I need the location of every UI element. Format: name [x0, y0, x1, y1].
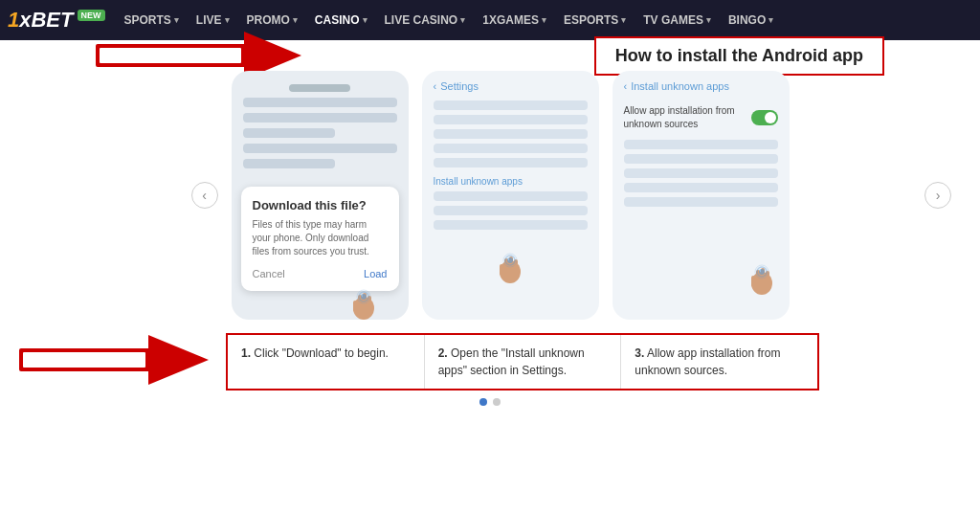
prev-button[interactable]: ‹: [191, 182, 218, 209]
svg-point-25: [759, 269, 765, 275]
logo-text: 1xBET: [8, 8, 74, 33]
phone-card-1: Download this file? Files of this type m…: [232, 71, 409, 320]
settings-row: [624, 154, 778, 164]
bottom-arrow-container: [19, 331, 211, 392]
phone-bar: [243, 113, 397, 123]
install-card-title: Install unknown apps: [631, 80, 729, 92]
pagination-dot-2[interactable]: [493, 398, 501, 406]
svg-point-17: [507, 257, 513, 263]
instructions-row: 1. Click "Download" to begin. 2. Open th…: [19, 331, 961, 392]
bottom-arrow-graphic: [19, 331, 211, 389]
download-dialog: Download this file? Files of this type m…: [241, 187, 399, 291]
phone-bar: [243, 159, 336, 168]
install-allow-row: Allow app installation from unknown sour…: [624, 104, 778, 131]
svg-rect-24: [751, 276, 755, 287]
phone-bar: [243, 128, 336, 138]
nav-casino[interactable]: CASINO ▾: [307, 10, 375, 31]
logo-badge: NEW: [78, 10, 105, 21]
settings-row: [434, 191, 588, 201]
hand-icon-svg: [349, 287, 378, 322]
pagination-dot-1[interactable]: [479, 398, 487, 406]
settings-row: [624, 183, 778, 192]
install-back-icon: ‹: [624, 80, 628, 92]
svg-rect-16: [500, 264, 503, 276]
settings-back-icon: ‹: [434, 80, 437, 92]
svg-rect-30: [23, 352, 145, 368]
install-unknown-label: Install unknown apps: [434, 176, 588, 187]
main-content: How to install the Android app ‹ Downloa…: [0, 40, 980, 513]
hand-icon-svg-3: [747, 262, 776, 297]
next-button[interactable]: ›: [924, 182, 951, 209]
svg-rect-8: [353, 301, 357, 312]
install-allow-text: Allow app installation from unknown sour…: [624, 104, 751, 131]
settings-row: [624, 168, 778, 178]
nav-live-casino[interactable]: LIVE CASINO ▾: [377, 10, 474, 31]
svg-marker-29: [148, 335, 209, 385]
instruction-1-number: 1.: [241, 346, 251, 360]
instruction-3: 3. Allow app installation from unknown s…: [621, 335, 817, 389]
dialog-cancel-button[interactable]: Cancel: [253, 268, 285, 279]
instruction-1-text: Click "Download" to begin.: [251, 346, 389, 360]
settings-row: [434, 144, 588, 153]
settings-row: [624, 140, 778, 149]
instruction-1: 1. Click "Download" to begin.: [228, 335, 425, 389]
page-title: How to install the Android app: [594, 36, 884, 76]
instruction-3-number: 3.: [635, 346, 644, 360]
hand-icon-svg-2: [496, 251, 524, 285]
hand-cursor-2: [496, 251, 524, 289]
install-header: ‹ Install unknown apps: [624, 80, 778, 92]
svg-point-9: [361, 294, 367, 300]
dialog-text: Files of this type may harm your phone. …: [253, 218, 388, 258]
pagination: [19, 398, 961, 406]
page-title-text: How to install the Android app: [615, 46, 863, 65]
phone-bar: [289, 84, 350, 92]
dialog-title: Download this file?: [253, 198, 388, 212]
settings-row: [434, 115, 588, 124]
dialog-buttons: Cancel Load: [253, 268, 388, 279]
phone-card-2: ‹ Settings Install unknown apps: [422, 71, 599, 320]
phone-bar: [243, 144, 397, 153]
instruction-2-number: 2.: [438, 346, 448, 360]
settings-row: [434, 158, 588, 167]
settings-row: [434, 220, 588, 230]
hand-cursor-1: [349, 287, 378, 327]
instruction-2: 2. Open the "Install unknown apps" secti…: [425, 335, 622, 389]
nav-1xgames[interactable]: 1XGAMES ▾: [475, 10, 554, 31]
instruction-2-text: Open the "Install unknown apps" section …: [438, 346, 585, 377]
toggle-switch[interactable]: [751, 110, 778, 125]
settings-row: [624, 197, 778, 207]
hand-cursor-3: [747, 262, 776, 301]
card3-rows: [624, 140, 778, 207]
phone-bar: [243, 98, 397, 107]
logo[interactable]: 1xBET NEW: [8, 8, 105, 33]
dialog-load-button[interactable]: Load: [364, 268, 387, 279]
nav-tv-games[interactable]: TV GAMES ▾: [635, 10, 719, 31]
nav-esports[interactable]: ESPORTS ▾: [556, 10, 634, 31]
settings-row: [434, 100, 588, 110]
settings-row: [434, 206, 588, 215]
svg-rect-3: [100, 48, 241, 63]
nav-bingo[interactable]: BINGO ▾: [721, 10, 781, 31]
instructions-box: 1. Click "Download" to begin. 2. Open th…: [226, 333, 819, 390]
settings-title: Settings: [440, 80, 479, 92]
phone-card-3: ‹ Install unknown apps Allow app install…: [612, 71, 790, 320]
instruction-3-text: Allow app installation from unknown sour…: [635, 346, 780, 377]
settings-row: [434, 129, 588, 139]
settings-header: ‹ Settings: [434, 80, 588, 92]
